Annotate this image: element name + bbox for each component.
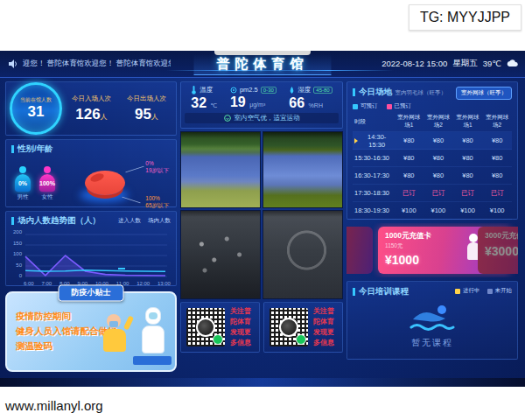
- courses-legend: 进行中 未开始: [455, 287, 512, 295]
- recharge-card-prev[interactable]: [346, 227, 373, 274]
- pm25-range-badge: 0-30: [261, 87, 276, 94]
- time-column-header: 时段: [353, 118, 394, 126]
- exit-count-label: 今日出场人次: [121, 94, 172, 103]
- trend-legend-item: 场内人数: [148, 217, 171, 225]
- covid-tips-banner[interactable]: 防疫小贴士 疫情防控期间 健身人员入馆请配合做好 测温验码: [5, 291, 177, 372]
- qr-code-image: [186, 308, 225, 346]
- weather-temp: 39℃: [483, 59, 501, 68]
- slot-price-cell[interactable]: 已订: [394, 189, 424, 198]
- current-slot-icon: [354, 138, 358, 144]
- slot-price-cell[interactable]: ¥80: [424, 154, 453, 162]
- humidity-value: 66: [289, 95, 304, 110]
- recharge-card-next[interactable]: 3000元充值卡 ¥3000: [478, 227, 518, 274]
- cloud-icon: [507, 60, 518, 67]
- slot-price-cell[interactable]: ¥80: [424, 136, 453, 144]
- venue-row[interactable]: 14:30-15:30¥80¥80¥80¥80: [353, 132, 512, 150]
- card-name: 3000元充值卡: [485, 231, 518, 242]
- top-notch: [214, 51, 311, 55]
- speaker-icon[interactable]: [9, 60, 18, 68]
- slot-price-cell[interactable]: ¥100: [453, 206, 483, 214]
- pm25-stat: pm2.5 0-30 19 μg/m³: [230, 86, 276, 111]
- inprogress-legend-swatch: [455, 289, 460, 294]
- slot-price-cell[interactable]: ¥80: [424, 172, 453, 179]
- header-decor-line-right: [262, 70, 394, 71]
- slot-price-cell[interactable]: ¥100: [482, 206, 512, 214]
- y-tick: 150: [11, 241, 22, 246]
- pm25-icon: [230, 87, 237, 94]
- site-watermark: www.millanyl.org: [5, 398, 103, 413]
- slot-price-cell[interactable]: ¥80: [394, 154, 424, 162]
- qr-tile-2: 关注普陀体育发现更多信息: [263, 302, 343, 353]
- trend-y-ticks: 200150100500: [11, 229, 24, 278]
- slot-price-cell[interactable]: ¥80: [394, 172, 424, 179]
- trend-legend-item: 进入人数: [118, 217, 141, 225]
- trend-line-chart: [24, 229, 169, 280]
- y-tick: 100: [11, 251, 22, 256]
- wechat-icon: [213, 334, 223, 345]
- empty-courses-text: 暂无课程: [411, 337, 453, 349]
- humidity-unit: %RH: [309, 102, 323, 108]
- slot-price-cell[interactable]: ¥80: [394, 136, 424, 144]
- slot-price-cell[interactable]: ¥80: [482, 154, 512, 162]
- slot-price-cell[interactable]: 已订: [482, 189, 512, 198]
- venue-tabs: 室内羽毛球（旺季） 室外网球（旺季）: [391, 87, 513, 100]
- slot-price-cell[interactable]: ¥80: [453, 172, 483, 179]
- slot-price-cell[interactable]: 已订: [424, 189, 453, 198]
- pm25-value: 19: [230, 94, 246, 109]
- slot-price-cell[interactable]: ¥80: [453, 154, 483, 162]
- entry-count-unit: 人: [101, 113, 108, 121]
- desk-illustration: [133, 356, 172, 365]
- temperature-value: 32: [191, 95, 206, 110]
- mask-person-illustration: [100, 314, 130, 363]
- entry-count-label: 今日入场人次: [66, 94, 117, 103]
- camera-feed-3[interactable]: [180, 210, 261, 299]
- recharge-card-carousel: 1000元充值卡 1150元 ¥1000 3000元充值卡 ¥3000: [346, 223, 518, 277]
- slot-time: 14:30-15:30: [353, 133, 394, 149]
- camera-feed-2[interactable]: [262, 131, 343, 208]
- slot-price-cell[interactable]: ¥80: [482, 136, 512, 144]
- humidity-stat: 湿度 45-80 66 %RH: [289, 86, 332, 111]
- male-label: 男性: [15, 193, 31, 201]
- slot-price-cell[interactable]: ¥80: [482, 172, 512, 179]
- entry-count-stat: 今日入场人次 126人: [66, 94, 117, 123]
- venue-table: 时段室外网球场1室外网球场2室外网球场1室外网球场214:30-15:30¥80…: [353, 112, 512, 220]
- exit-count-unit: 人: [151, 113, 158, 121]
- footer-glow: [0, 378, 525, 387]
- venue-row[interactable]: 16:30-17:30¥80¥80¥80¥80: [353, 167, 512, 185]
- camera-feed-4[interactable]: [262, 210, 343, 299]
- venue-legend: 可预订 已预订: [353, 102, 512, 110]
- left-column: 当前在馆人数 31 今日入场人次 126人 今日出场人次 95人 性别/年龄: [5, 81, 177, 372]
- venue-row[interactable]: 18:30-19:30¥100¥100¥100¥100: [353, 202, 512, 220]
- smiley-icon: [224, 115, 231, 122]
- thermometer-icon: [191, 86, 197, 94]
- slot-price-cell[interactable]: ¥100: [394, 206, 424, 214]
- humidity-label: 湿度: [298, 86, 311, 94]
- tab-outdoor-tennis[interactable]: 室外网球（旺季）: [456, 87, 512, 100]
- venue-row[interactable]: 17:30-18:30已订已订已订已订: [353, 185, 512, 202]
- slot-price-cell[interactable]: ¥80: [453, 136, 483, 144]
- slot-price-cell[interactable]: ¥100: [424, 206, 453, 214]
- y-tick: 0: [11, 273, 22, 278]
- trend-chart-panel: 场内人数趋势图（人） 进入人数场内人数 200150100500 6:007:0…: [5, 211, 177, 286]
- inprogress-legend-label: 进行中: [463, 287, 480, 295]
- weekday-text: 星期五: [452, 58, 478, 69]
- qr-caption: 关注普陀体育发现更多信息: [313, 306, 337, 348]
- notstarted-legend-label: 未开始: [495, 287, 513, 295]
- x-tick: 7:00: [41, 281, 52, 286]
- venue-row[interactable]: 15:30-16:30¥80¥80¥80¥80: [353, 150, 512, 167]
- right-column: 今日场地 室内羽毛球（旺季） 室外网球（旺季） 可预订 已预订 时段室外网球场1…: [346, 81, 518, 372]
- camera-grid: [180, 131, 343, 299]
- occupancy-panel: 当前在馆人数 31 今日入场人次 126人 今日出场人次 95人: [5, 81, 177, 136]
- slot-time: 15:30-16:30: [353, 154, 394, 162]
- camera-feed-1[interactable]: [180, 131, 261, 208]
- middle-column: 温度 32 ℃ pm2.5 0-30 19 μg/m³: [180, 81, 343, 372]
- court-column-header: 室外网球场2: [424, 114, 453, 130]
- slot-time: 17:30-18:30: [353, 189, 394, 197]
- slot-price-cell[interactable]: 已订: [453, 189, 483, 198]
- male-figure-icon: 0% 男性: [15, 166, 31, 201]
- exit-count-stat: 今日出场人次 95人: [121, 94, 172, 123]
- entry-count-value: 126: [75, 106, 100, 122]
- pie-slice: [85, 171, 125, 195]
- tab-indoor-badminton[interactable]: 室内羽毛球（旺季）: [391, 88, 452, 99]
- pie-callout-line: [122, 197, 140, 204]
